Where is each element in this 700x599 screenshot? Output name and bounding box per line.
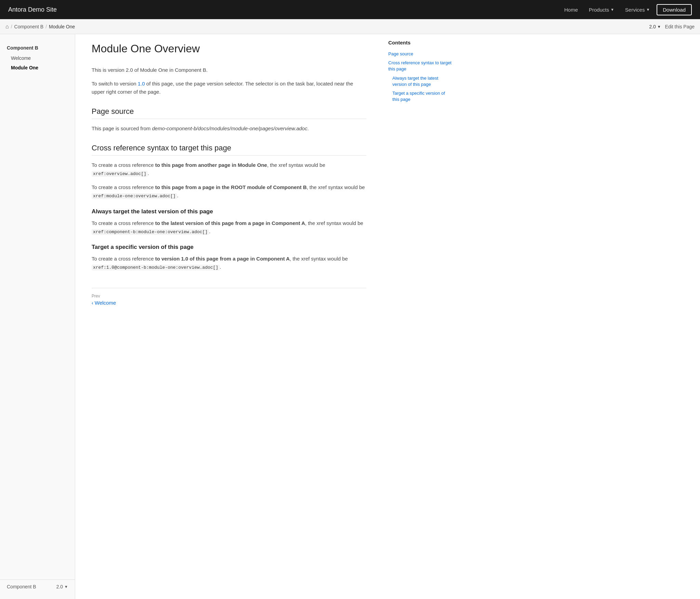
nav-services[interactable]: Services ▼ <box>621 4 654 15</box>
breadcrumb: ⌂ / Component B / Module One <box>5 24 649 30</box>
xref-p2-bold: to this page from a page in the ROOT mod… <box>155 184 307 190</box>
intro-para-2-prefix: To switch to version <box>92 81 138 86</box>
page-layout: Component B Welcome Module One Component… <box>0 34 700 599</box>
sub2-prefix: To create a cross reference <box>92 256 155 262</box>
navbar: Antora Demo Site Home Products ▼ Service… <box>0 0 700 19</box>
prev-label: Prev <box>92 294 366 298</box>
section-page-source-title: Page source <box>92 107 366 119</box>
prev-arrow-icon: ‹ <box>92 300 93 306</box>
sidebar-item-module-one[interactable]: Module One <box>0 63 75 72</box>
xref-p2-prefix: To create a cross reference <box>92 184 155 190</box>
sub2-suffix: , the xref syntax would be <box>290 256 348 262</box>
page-source-path: demo-component-b/docs/modules/module-one… <box>152 125 307 131</box>
chevron-down-icon: ▼ <box>657 25 661 29</box>
version-value: 2.0 <box>649 24 656 29</box>
sidebar-component-title[interactable]: Component B <box>0 42 75 53</box>
sidebar-nav: Component B Welcome Module One <box>0 40 75 75</box>
subsection-latest-title: Always target the latest version of this… <box>92 208 366 215</box>
xref-p1-suffix: , the xref syntax would be <box>267 162 325 168</box>
xref-p1-prefix: To create a cross reference <box>92 162 155 168</box>
download-button[interactable]: Download <box>657 4 692 15</box>
toolbar-right: 2.0 ▼ Edit this Page <box>649 24 695 29</box>
sidebar: Component B Welcome Module One Component… <box>0 34 75 599</box>
prev-link-text: Welcome <box>95 300 116 306</box>
prev-link[interactable]: ‹ Welcome <box>92 300 366 306</box>
section-xref-title: Cross reference syntax to target this pa… <box>92 144 366 156</box>
site-brand: Antora Demo Site <box>8 6 549 13</box>
breadcrumb-component[interactable]: Component B <box>14 24 44 29</box>
chevron-down-icon: ▼ <box>610 8 614 12</box>
page-source-prefix: This page is sourced from <box>92 125 152 131</box>
version-link[interactable]: 1.0 <box>138 81 145 86</box>
nav-services-label: Services <box>625 7 645 13</box>
toc-item-xref[interactable]: Cross reference syntax to target this pa… <box>388 58 453 74</box>
sub1-bold: to the latest version of this page from … <box>155 220 305 226</box>
nav-home[interactable]: Home <box>560 4 582 15</box>
toc-item-page-source[interactable]: Page source <box>388 50 453 58</box>
xref-para-2: To create a cross reference to this page… <box>92 183 366 200</box>
page-title: Module One Overview <box>92 42 366 58</box>
sub1-suffix: , the xref syntax would be <box>305 220 363 226</box>
breadcrumb-page: Module One <box>49 24 75 29</box>
sub2-end: . <box>220 264 221 270</box>
page-source-para: This page is sourced from demo-component… <box>92 124 366 133</box>
sidebar-version-value: 2.0 <box>56 584 63 589</box>
xref-p2-code: xref:module-one:overview.adoc[] <box>92 193 177 199</box>
subsection-latest-para: To create a cross reference to the lates… <box>92 219 366 236</box>
edit-page-link[interactable]: Edit this Page <box>665 24 695 29</box>
intro-para-1: This is version 2.0 of Module One in Com… <box>92 66 366 74</box>
xref-p1-code: xref:overview.adoc[] <box>92 171 148 177</box>
chevron-down-icon: ▼ <box>646 8 650 12</box>
xref-p2-end: . <box>177 192 178 198</box>
sub2-bold: to version 1.0 of this page from a page … <box>155 256 290 262</box>
toc-sidebar: Contents Page source Cross reference syn… <box>383 34 458 599</box>
subsection-specific-para: To create a cross reference to version 1… <box>92 255 366 271</box>
sub1-end: . <box>209 228 210 234</box>
toc-item-latest[interactable]: Always target the latest version of this… <box>388 74 453 89</box>
toolbar: ⌂ / Component B / Module One 2.0 ▼ Edit … <box>0 19 700 34</box>
sidebar-version-selector[interactable]: 2.0 ▼ <box>56 584 68 589</box>
page-source-suffix: . <box>307 125 309 131</box>
home-icon[interactable]: ⌂ <box>5 24 9 30</box>
xref-p1-end: . <box>148 170 149 176</box>
intro-para-2: To switch to version 1.0 of this page, u… <box>92 80 366 96</box>
sub2-code: xref:1.0@component-b:module-one:overview… <box>92 265 220 270</box>
nav-products-label: Products <box>589 7 609 13</box>
xref-p2-suffix: , the xref syntax would be <box>307 184 365 190</box>
sidebar-footer: Component B 2.0 ▼ <box>0 580 75 594</box>
sidebar-item-welcome[interactable]: Welcome <box>0 53 75 63</box>
toc-item-specific[interactable]: Target a specific version of this page <box>388 89 453 104</box>
xref-para-1: To create a cross reference to this page… <box>92 161 366 178</box>
page-navigation: Prev ‹ Welcome <box>92 288 366 306</box>
subsection-specific-title: Target a specific version of this page <box>92 244 366 251</box>
sub1-code: xref:component-b:module-one:overview.ado… <box>92 229 209 235</box>
xref-p1-bold: to this page from another page in Module… <box>155 162 267 168</box>
toc-title: Contents <box>388 40 453 45</box>
navbar-nav: Home Products ▼ Services ▼ Download <box>560 4 692 15</box>
version-selector[interactable]: 2.0 ▼ <box>649 24 661 29</box>
main-content: Module One Overview This is version 2.0 … <box>75 34 383 599</box>
sub1-prefix: To create a cross reference <box>92 220 155 226</box>
chevron-down-icon: ▼ <box>64 585 68 589</box>
sidebar-footer-component: Component B <box>7 584 36 589</box>
nav-products[interactable]: Products ▼ <box>585 4 618 15</box>
